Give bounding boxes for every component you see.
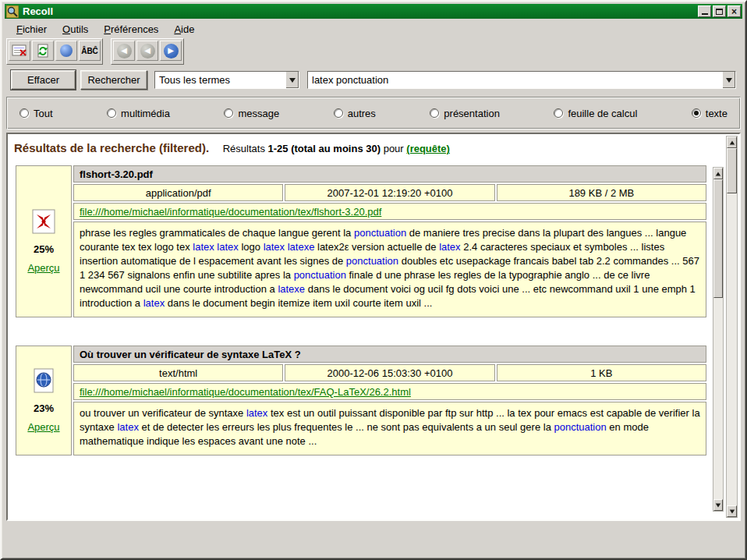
search-mode-value: Tous les termes [155,72,285,88]
result-meta-row: text/html 2000-12-06 15:03:30 +0100 1 KB [73,364,706,381]
result-abstract: phrase les regles grammaticales de chaqu… [73,222,706,317]
result-entry-sidebar: 23% Aperçu [16,346,72,455]
term-explorer-button[interactable] [55,41,77,61]
menu-item-preferences[interactable]: Préférences [97,22,165,37]
menu-item-outils[interactable]: Outils [55,22,95,37]
search-input[interactable] [308,72,722,88]
search-row: Effacer Rechercher Tous les termes [2,69,745,92]
result-date: 2000-12-06 15:03:30 +0100 [285,364,494,381]
update-index-button[interactable] [32,41,54,61]
toolbar-group-nav: ◀ ◀ ▶ [111,38,184,65]
results-header-counts: Résultats 1-25 (total au moins 30) pour … [223,143,450,154]
recoll-window: Recoll × FichierOutilsPréférencesAide [0,0,747,560]
arrow-down-icon [716,503,720,507]
result-entry: 23% Aperçu Où trouver un vérificateur de… [16,346,706,455]
clear-search-icon [12,44,27,58]
scroll-down-button[interactable] [727,505,737,517]
search-mode-dropdown-button[interactable] [285,72,299,88]
highlighted-term: ponctuation [346,255,398,267]
highlighted-term: latex [117,421,138,433]
scroll-up-button[interactable] [727,136,737,148]
menubar: FichierOutilsPréférencesAide [5,20,742,37]
result-size: 189 KB / 2 MB [497,184,706,201]
filter-radio-tout[interactable]: Tout [19,108,53,119]
pdf-icon [32,209,55,234]
scrollbar-thumb[interactable] [727,148,737,193]
previous-page-icon: ◀ [140,44,155,58]
arrow-up-icon [716,172,720,175]
first-page-icon: ◀ [117,44,132,58]
filter-radio-texte[interactable]: texte [692,108,728,119]
maximize-button[interactable] [713,5,726,17]
filter-label: message [238,108,279,119]
search-button[interactable]: Rechercher [80,70,147,90]
highlighted-term: latex [143,297,165,309]
app-icon [6,5,19,18]
filter-radio-presentation[interactable]: présentation [430,108,500,119]
result-url-link[interactable]: file:///home/michael/informatique/docume… [80,386,411,398]
relevance-percent: 23% [34,402,54,414]
scroll-down-button[interactable] [713,499,723,511]
result-title: Où trouver un vérificateur de syntaxe La… [73,346,706,363]
result-mime-type: text/html [73,364,283,381]
filter-radio-autres[interactable]: autres [334,108,376,119]
filter-radio-message[interactable]: message [224,108,279,119]
result-url-row: file:///home/michael/informatique/docume… [73,203,706,220]
highlighted-term: ponctuation [354,227,406,239]
spell-tool-button[interactable]: ÂBĈ [79,41,101,61]
radio-icon [224,108,233,118]
preview-link[interactable]: Aperçu [27,262,59,274]
html-doc-icon [32,368,55,393]
query-link[interactable]: (requête) [406,143,450,154]
filter-label: Tout [34,108,53,119]
abstract-text: ou trouver un verificateur de syntaxe [80,407,246,419]
scrollbar-track[interactable] [727,148,737,505]
filter-radio-feuille-de-calcul[interactable]: feuille de calcul [554,108,637,119]
query-combobox [307,71,736,89]
menu-item-fichier[interactable]: Fichier [9,22,54,37]
highlighted-term: latex [246,407,267,419]
results-list-scrollbar[interactable] [713,167,724,512]
update-index-icon [35,44,51,58]
chevron-down-icon [289,78,296,83]
scrollbar-track[interactable] [713,179,723,499]
chevron-down-icon [726,78,732,83]
result-url-link[interactable]: file:///home/michael/informatique/docume… [80,206,381,218]
result-meta-row: application/pdf 2007-12-01 12:19:20 +010… [73,184,706,201]
result-size: 1 KB [497,364,706,381]
result-entry-body: Où trouver un vérificateur de syntaxe La… [73,346,706,455]
filter-label: multimédia [121,108,170,119]
close-button[interactable]: × [728,5,741,17]
clear-button[interactable]: Effacer [11,70,76,90]
relevance-percent: 25% [34,243,54,255]
highlighted-term: latex latexe [264,241,315,253]
search-mode-select[interactable]: Tous les termes [154,71,299,89]
highlighted-term: ponctuation [294,269,346,281]
preview-link[interactable]: Aperçu [27,421,59,433]
filter-label: présentation [444,108,500,119]
status-bar [5,523,742,556]
scroll-up-button[interactable] [713,168,723,179]
result-entry: 25% Aperçu flshort-3.20.pdf application/… [16,165,706,317]
results-pane-scrollbar[interactable] [726,136,738,518]
maximize-icon [716,9,723,15]
previous-page-button[interactable]: ◀ [136,41,158,61]
minimize-button[interactable] [698,5,711,17]
query-history-dropdown-button[interactable] [722,72,735,88]
abstract-text: dans le document begin itemize item uxil… [165,297,432,309]
result-date: 2007-12-01 12:19:20 +0100 [285,184,494,201]
abstract-text: latex2ε version actuelle de [314,241,439,253]
results-header-title: Résultats de la recherche (filtered). [14,141,209,154]
menu-item-aide[interactable]: Aide [167,22,201,37]
abstract-text: phrase les regles grammaticales de chaqu… [80,227,354,239]
filter-radio-multimedia[interactable]: multimédia [107,108,170,119]
filter-label: feuille de calcul [568,108,637,119]
scrollbar-thumb[interactable] [713,179,723,298]
result-abstract: ou trouver un verificateur de syntaxe la… [73,402,706,455]
clear-search-tool-button[interactable] [9,41,30,61]
spell-icon: ÂBĈ [81,47,98,55]
toolbar-group-main: ÂBĈ [6,38,103,65]
next-page-button[interactable]: ▶ [160,41,182,61]
first-page-button[interactable]: ◀ [113,41,135,61]
window-title: Recoll [23,5,698,17]
